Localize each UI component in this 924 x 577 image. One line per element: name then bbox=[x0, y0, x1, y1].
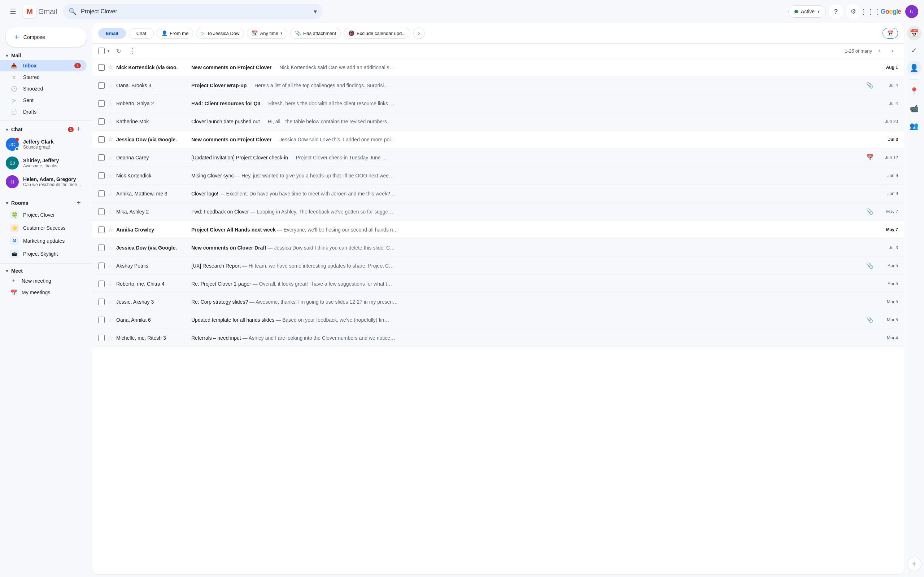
table-row[interactable]: ☆ Jessie, Akshay 3 Re: Corp strategy sli… bbox=[92, 293, 904, 311]
more-options-button[interactable]: ⋮ bbox=[127, 45, 139, 56]
room-item-marketing[interactable]: M Marketing updates bbox=[0, 234, 87, 247]
row-star-icon[interactable]: ☆ bbox=[108, 63, 113, 71]
refresh-button[interactable]: ↻ bbox=[113, 45, 124, 56]
menu-icon[interactable]: ☰ bbox=[6, 4, 20, 19]
row-star-icon[interactable]: ☆ bbox=[108, 135, 113, 143]
row-checkbox[interactable] bbox=[98, 172, 105, 179]
help-button[interactable]: ? bbox=[829, 4, 843, 19]
right-sidebar-maps-button[interactable]: 📍 bbox=[907, 84, 921, 98]
sidebar-item-starred[interactable]: ☆ Starred bbox=[0, 71, 87, 83]
row-star-icon[interactable]: ☆ bbox=[108, 154, 113, 161]
right-sidebar-add-button[interactable]: + bbox=[907, 557, 921, 571]
table-row[interactable]: ☆ Oana, Annika 6 Updated template for al… bbox=[92, 311, 904, 329]
pagination-prev[interactable]: ‹ bbox=[874, 45, 885, 56]
filter-chip-from-me[interactable]: 👤 From me bbox=[157, 28, 193, 39]
room-item-project-skylight[interactable]: 🏔 Project Skylight bbox=[0, 247, 87, 260]
table-row[interactable]: ☆ Jessica Dow (via Google. New comments … bbox=[92, 131, 904, 148]
table-row[interactable]: ☆ Nick Kortendick (via Goo. New comments… bbox=[92, 58, 904, 76]
filter-chip-to-jessica[interactable]: ▷ To Jessica Dow bbox=[196, 28, 244, 39]
chat-section-header[interactable]: ▾ Chat 1 + bbox=[0, 124, 87, 135]
tab-email[interactable]: Email bbox=[98, 28, 126, 39]
right-sidebar-meet-button[interactable]: 📹 bbox=[907, 102, 921, 116]
table-row[interactable]: ☆ Akshay Potnis [UX] Research Report — H… bbox=[92, 257, 904, 275]
row-checkbox[interactable] bbox=[98, 118, 105, 125]
room-item-customer-success[interactable]: ⭐ Customer Success bbox=[0, 221, 87, 234]
sidebar-item-drafts[interactable]: 📄 Drafts bbox=[0, 106, 87, 118]
chat-section-add-icon[interactable]: + bbox=[76, 125, 81, 134]
tab-chat[interactable]: Chat bbox=[129, 28, 154, 39]
sidebar-item-inbox[interactable]: 📥 Inbox 4 bbox=[0, 60, 87, 71]
row-checkbox[interactable] bbox=[98, 136, 105, 143]
pagination-next[interactable]: › bbox=[887, 45, 898, 56]
row-star-icon[interactable]: ☆ bbox=[108, 208, 113, 216]
select-all-checkbox[interactable] bbox=[98, 48, 105, 54]
row-checkbox[interactable] bbox=[98, 190, 105, 197]
row-star-icon[interactable]: ☆ bbox=[108, 190, 113, 198]
sidebar-item-new-meeting[interactable]: + New meeting bbox=[0, 275, 87, 287]
filter-more-button[interactable]: › bbox=[413, 27, 425, 39]
table-row[interactable]: ☆ Katherine Mok Clover launch date pushe… bbox=[92, 113, 904, 131]
checkbox-dropdown-icon[interactable]: ▾ bbox=[108, 49, 110, 53]
row-content: [Updated invitation] Project Clover chec… bbox=[191, 155, 863, 161]
row-star-icon[interactable]: ☆ bbox=[108, 82, 113, 89]
table-row[interactable]: ☆ Roberto, Shiya 2 Fwd: Client resources… bbox=[92, 95, 904, 113]
row-star-icon[interactable]: ☆ bbox=[108, 226, 113, 234]
filter-chip-calendar-right[interactable]: 📅 bbox=[882, 28, 898, 39]
row-checkbox[interactable] bbox=[98, 82, 105, 89]
rooms-section-add-icon[interactable]: + bbox=[76, 199, 81, 207]
row-star-icon[interactable]: ☆ bbox=[108, 298, 113, 306]
row-star-icon[interactable]: ☆ bbox=[108, 100, 113, 108]
right-sidebar-contacts-button[interactable]: 👤 bbox=[907, 61, 921, 75]
filter-chip-any-time[interactable]: 📅 Any time ▾ bbox=[247, 28, 287, 39]
row-checkbox[interactable] bbox=[98, 280, 105, 287]
rooms-section-header[interactable]: ▾ Rooms + bbox=[0, 197, 87, 208]
row-checkbox[interactable] bbox=[98, 317, 105, 323]
filter-chip-exclude-calendar[interactable]: 📵 Exclude calendar upd... bbox=[344, 28, 410, 39]
apps-button[interactable]: ⋮⋮⋮ bbox=[863, 4, 878, 19]
row-checkbox[interactable] bbox=[98, 298, 105, 305]
row-checkbox[interactable] bbox=[98, 64, 105, 71]
row-checkbox[interactable] bbox=[98, 245, 105, 251]
search-input[interactable] bbox=[81, 8, 309, 15]
row-star-icon[interactable]: ☆ bbox=[108, 172, 113, 180]
right-sidebar-calendar-button[interactable]: 📅 bbox=[907, 26, 921, 40]
table-row[interactable]: ☆ Annika Crowley Project Clover All Hand… bbox=[92, 221, 904, 239]
right-sidebar-task-button[interactable]: ✓ bbox=[907, 43, 921, 58]
settings-button[interactable]: ⚙ bbox=[846, 4, 861, 19]
table-row[interactable]: ☆ Annika, Matthew, me 3 Clover logo! — E… bbox=[92, 185, 904, 203]
search-dropdown-icon[interactable]: ▾ bbox=[313, 8, 317, 16]
row-star-icon[interactable]: ☆ bbox=[108, 244, 113, 252]
filter-chip-has-attachment[interactable]: 📎 Has attachment bbox=[290, 28, 341, 39]
compose-button[interactable]: + Compose bbox=[6, 27, 87, 47]
row-checkbox[interactable] bbox=[98, 100, 105, 107]
sidebar-item-my-meetings[interactable]: 📅 My meetings bbox=[0, 287, 87, 298]
table-row[interactable]: ☆ Deanna Carey [Updated invitation] Proj… bbox=[92, 148, 904, 167]
row-checkbox[interactable] bbox=[98, 208, 105, 215]
row-star-icon[interactable]: ☆ bbox=[108, 262, 113, 270]
table-row[interactable]: ☆ Oana..Brooks 3 Project Clover wrap-up … bbox=[92, 76, 904, 95]
chat-item-shirley[interactable]: SJ Shirley, Jeffery Awesome, thanks. bbox=[0, 154, 87, 172]
user-avatar[interactable]: U bbox=[905, 5, 918, 18]
row-checkbox[interactable] bbox=[98, 154, 105, 161]
sidebar-item-snoozed[interactable]: 🕐 Snoozed bbox=[0, 83, 87, 95]
table-row[interactable]: ☆ Michelle, me, Ritesh 3 Referrals – nee… bbox=[92, 329, 904, 347]
status-button[interactable]: Active ▾ bbox=[788, 5, 826, 18]
row-star-icon[interactable]: ☆ bbox=[108, 118, 113, 126]
right-sidebar-people-button[interactable]: 👥 bbox=[907, 119, 921, 133]
row-star-icon[interactable]: ☆ bbox=[108, 334, 113, 342]
row-star-icon[interactable]: ☆ bbox=[108, 316, 113, 324]
chat-item-jeffery[interactable]: JC Jeffery Clark Sounds great! bbox=[0, 135, 87, 154]
table-row[interactable]: ☆ Jessica Dow (via Google. New comments … bbox=[92, 239, 904, 257]
chat-item-helen[interactable]: H Helen, Adam, Gregory Can we reschedule… bbox=[0, 172, 87, 191]
row-star-icon[interactable]: ☆ bbox=[108, 280, 113, 288]
table-row[interactable]: ☆ Nick Kortendick Mising Clover sync — H… bbox=[92, 167, 904, 185]
row-checkbox[interactable] bbox=[98, 335, 105, 341]
sidebar-item-sent[interactable]: ▷ Sent bbox=[0, 95, 87, 106]
mail-section-header[interactable]: ▾ Mail bbox=[0, 51, 87, 60]
meet-section-header[interactable]: ▾ Meet bbox=[0, 266, 87, 275]
room-item-project-clover[interactable]: 🍀 Project Clover bbox=[0, 208, 87, 221]
table-row[interactable]: ☆ Roberto, me, Chitra 4 Re: Project Clov… bbox=[92, 275, 904, 293]
row-checkbox[interactable] bbox=[98, 263, 105, 269]
table-row[interactable]: ☆ Mika, Ashley 2 Fwd: Feedback on Clover… bbox=[92, 203, 904, 221]
row-checkbox[interactable] bbox=[98, 226, 105, 233]
